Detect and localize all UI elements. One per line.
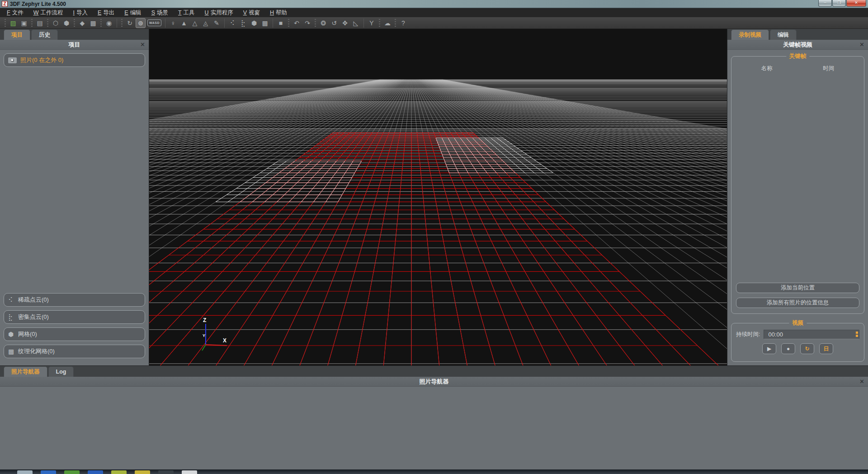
duration-input[interactable] [764, 330, 859, 339]
photos-item[interactable]: 照片(0 在之外 0) [4, 53, 145, 67]
mesh-label: 网格(0) [18, 330, 37, 338]
menu-help[interactable]: H帮助 [265, 8, 292, 17]
textured-mesh-item[interactable]: ▩纹理化网格(0) [4, 345, 145, 358]
add-all-photo-positions-button[interactable]: 添加所有照片的位置信息 [736, 298, 859, 308]
left-tab-bar: 项目 历史 [0, 29, 149, 40]
show-textured-mesh-icon[interactable]: ▩ [260, 18, 270, 28]
taskbar-item[interactable] [158, 470, 174, 474]
menu-utilities[interactable]: U实用程序 [200, 8, 238, 17]
toolbar-grip [5, 19, 6, 27]
tab-log[interactable]: Log [48, 366, 74, 377]
measure-ruler-icon[interactable]: ◺ [351, 18, 361, 28]
import-photos-icon[interactable]: ▤ [35, 18, 45, 28]
show-mesh-icon[interactable]: ⬢ [249, 18, 259, 28]
orbit-gizmo-icon[interactable]: ❂ [318, 18, 328, 28]
titlebar: Z 3DF Zephyr Lite 4.500 – ❐ ✕ [0, 0, 868, 8]
tab-photo-navigator[interactable]: 照片导航器 [4, 366, 47, 377]
photo-navigator-close-icon[interactable]: ✕ [859, 377, 864, 387]
lighting-icon[interactable]: ♀ [168, 18, 178, 28]
show-dense-cloud-icon[interactable]: ⣗ [238, 18, 248, 28]
keyframes-list[interactable] [731, 75, 864, 280]
wasd-mode-button[interactable]: WASD [147, 19, 161, 26]
taskbar-item[interactable] [64, 470, 80, 474]
photo-navigator-content[interactable] [0, 387, 868, 469]
restore-button[interactable]: ❐ [832, 0, 846, 7]
export-video-button[interactable]: 日 [819, 343, 833, 354]
taskbar-item[interactable] [88, 470, 103, 474]
taskbar-item[interactable] [111, 470, 127, 474]
rotate-object-icon[interactable]: ↺ [329, 18, 339, 28]
tab-record-video[interactable]: 录制视频 [731, 29, 769, 40]
column-name: 名称 [761, 65, 773, 72]
app-logo-icon: Z [2, 1, 8, 7]
undo-icon[interactable]: ↶ [292, 18, 302, 28]
render-wireframe-icon[interactable]: △ [190, 18, 200, 28]
masquerade-icon[interactable]: ☁ [382, 18, 392, 28]
redo-icon[interactable]: ↷ [302, 18, 312, 28]
save-project-icon[interactable]: ▣ [19, 18, 29, 28]
orbit-mode-icon[interactable]: ⊚ [136, 18, 146, 28]
move-object-icon[interactable]: ✥ [340, 18, 350, 28]
taskbar-item[interactable] [135, 470, 150, 474]
main-row: 项目 历史 项目 ✕ 照片(0 在之外 0) ⠪稀疏点云(0)⣗密集点云(0)⬢… [0, 29, 868, 365]
menu-workflow-label: 工作流程 [40, 9, 63, 16]
toolbar-separator [117, 19, 117, 28]
video-group: 视频 持续时间: ▶●↻日 [731, 323, 864, 362]
loop-button[interactable]: ↻ [800, 343, 814, 354]
camera-view-icon[interactable]: ◉ [104, 18, 114, 28]
menu-scene[interactable]: S场景 [146, 8, 173, 17]
workflow-dense-icon[interactable]: ⬢ [61, 18, 71, 28]
menu-edit[interactable]: E编辑 [119, 8, 146, 17]
tab-project[interactable]: 项目 [4, 29, 30, 40]
taskbar [0, 469, 868, 474]
viewport-grid[interactable]: ZYX [149, 29, 727, 365]
selection-rect-icon[interactable]: ■ [276, 18, 286, 28]
project-panel-title: 项目 [69, 41, 80, 48]
video-panel-close-icon[interactable]: ✕ [859, 40, 864, 50]
workflow-textured-mesh-icon[interactable]: ▩ [88, 18, 98, 28]
workflow-sparse-icon[interactable]: ⬡ [51, 18, 61, 28]
add-current-position-button[interactable]: 添加当前位置 [736, 283, 859, 293]
help-icon[interactable]: ? [398, 18, 408, 28]
menu-export[interactable]: E导出 [93, 8, 119, 17]
menu-utilities-label: 实用程序 [211, 9, 233, 16]
minimize-button[interactable]: – [818, 0, 832, 7]
taskbar-item[interactable] [182, 470, 197, 474]
textured-mesh-label: 纹理化网格(0) [18, 347, 55, 356]
toolbar-grip [47, 19, 48, 27]
toolbar-separator [273, 19, 273, 28]
record-button[interactable]: ● [781, 343, 795, 354]
render-shaded-icon[interactable]: ◬ [201, 18, 211, 28]
menu-tools[interactable]: T工具 [173, 8, 200, 17]
rotate-view-icon[interactable]: ↻ [125, 18, 135, 28]
menu-help-key: H [270, 9, 274, 16]
show-sparse-cloud-icon[interactable]: ⠪ [227, 18, 237, 28]
workflow-mesh-icon[interactable]: ◆ [77, 18, 87, 28]
tab-history[interactable]: 历史 [31, 29, 58, 40]
axis-label-y: Y [203, 333, 205, 338]
duration-spinner[interactable] [856, 332, 858, 338]
close-button[interactable]: ✕ [846, 0, 866, 7]
taskbar-item[interactable] [41, 470, 56, 474]
dense-point-cloud-item[interactable]: ⣗密集点云(0) [4, 310, 145, 324]
sparse-point-cloud-item[interactable]: ⠪稀疏点云(0) [4, 293, 145, 307]
menu-view[interactable]: V视窗 [238, 8, 265, 17]
play-button[interactable]: ▶ [762, 343, 776, 354]
taskbar-item[interactable] [17, 470, 33, 474]
menu-workflow[interactable]: W工作流程 [28, 8, 68, 17]
open-project-icon[interactable]: ▨ [8, 18, 18, 28]
menu-edit-label: 编辑 [130, 9, 142, 16]
toolbar-grip [74, 19, 75, 27]
window-controls: – ❐ ✕ [818, 0, 866, 7]
tab-edit[interactable]: 编辑 [770, 29, 797, 40]
viewport-3d[interactable]: ZYX [149, 29, 727, 365]
project-panel-close-icon[interactable]: ✕ [140, 40, 145, 50]
video-panel-header: 关键帧视频 ✕ [727, 40, 868, 50]
paint-brush-icon[interactable]: ✎ [212, 18, 222, 28]
menu-file[interactable]: F文件 [2, 8, 28, 17]
menu-import[interactable]: I导入 [68, 8, 92, 17]
render-points-icon[interactable]: ▲ [179, 18, 189, 28]
mesh-item[interactable]: ⬢网格(0) [4, 327, 145, 341]
wrench-settings-icon[interactable]: Y [367, 18, 377, 28]
video-panel-title: 关键帧视频 [783, 41, 812, 48]
